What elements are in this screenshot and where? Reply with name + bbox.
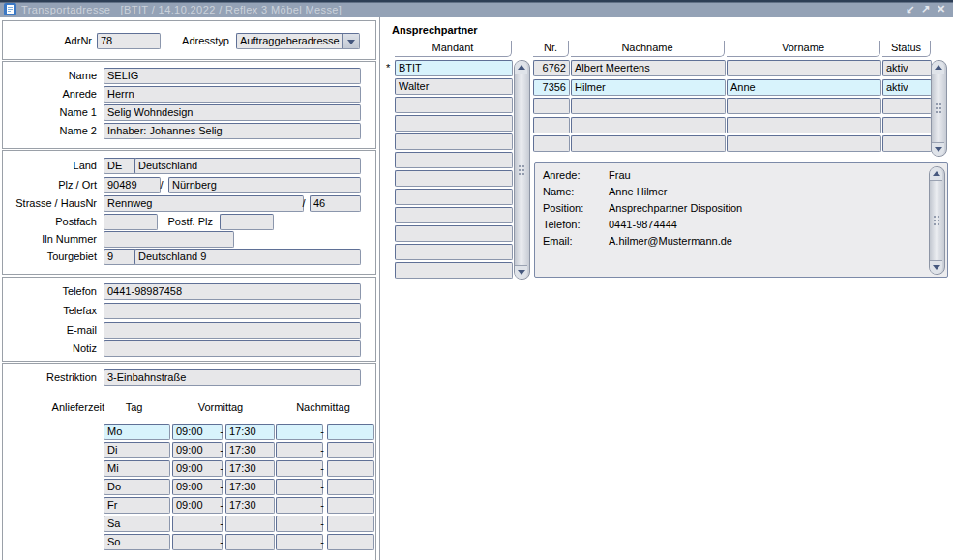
tourgebiet-code-field[interactable]: 9 [104,249,136,265]
tag-field[interactable]: Mo [104,424,170,440]
name1-field[interactable]: Selig Wohndesign [104,104,361,121]
mandant-row[interactable] [395,133,513,150]
mandant-row[interactable] [395,244,513,260]
hausnr-field[interactable]: 46 [310,195,361,212]
dropdown-button[interactable] [342,34,359,48]
nr-cell[interactable] [533,135,570,152]
status-cell[interactable] [882,117,932,133]
nachname-cell[interactable]: Hilmer [571,79,726,96]
tag-field[interactable]: Do [104,479,170,495]
iln-field[interactable] [104,231,234,248]
scrollbar-down-button[interactable] [515,265,527,279]
mandant-row[interactable] [395,115,513,132]
nr-cell[interactable]: 6762 [533,60,570,76]
vormittag-bis-field[interactable] [225,534,275,550]
email-field[interactable] [104,322,361,339]
mandant-row[interactable]: Walter [395,78,513,95]
nachname-cell[interactable] [571,117,726,133]
nachmittag-bis-field[interactable] [327,442,374,458]
detail-scrollbar[interactable] [929,166,945,275]
vormittag-von-field[interactable] [172,516,223,532]
nachmittag-von-field[interactable] [276,424,323,440]
nachmittag-bis-field[interactable] [327,460,374,477]
strasse-field[interactable]: Rennweg [104,195,304,212]
scrollbar-grip[interactable] [934,216,936,218]
nachmittag-von-field[interactable] [276,516,323,532]
mandant-row[interactable] [395,152,513,168]
mandant-row[interactable] [395,170,513,187]
vormittag-bis-field[interactable]: 17:30 [225,479,275,495]
title-bar[interactable]: Transportadresse [BTIT / 14.10.2022 / Re… [0,0,953,17]
vormittag-bis-field[interactable]: 17:30 [225,424,275,440]
vormittag-bis-field[interactable]: 17:30 [225,460,275,477]
vormittag-von-field[interactable]: 09:00 [172,424,223,440]
scrollbar-up-button[interactable] [515,61,527,74]
scrollbar-down-button[interactable] [930,260,942,274]
telefon-field[interactable]: 0441-98987458 [104,283,361,300]
mandant-scrollbar[interactable] [514,60,530,280]
nr-cell[interactable]: 7356 [533,79,570,96]
mandant-row[interactable] [395,97,513,113]
vormittag-von-field[interactable]: 09:00 [172,497,223,514]
vorname-cell[interactable] [727,117,881,133]
nachmittag-von-field[interactable] [276,534,323,550]
nachmittag-von-field[interactable] [276,460,323,477]
nachname-cell[interactable] [571,98,726,114]
nachname-cell[interactable]: Albert Meertens [571,60,726,76]
tourgebiet-name-field[interactable]: Deutschland 9 [134,249,361,265]
nr-cell[interactable] [533,117,570,133]
tag-field[interactable]: So [104,534,170,550]
vormittag-bis-field[interactable]: 17:30 [225,442,275,458]
vorname-cell[interactable]: Anne [727,79,881,96]
mandant-row[interactable] [395,189,513,205]
contacts-scrollbar[interactable] [931,60,947,157]
scrollbar-down-button[interactable] [932,142,944,156]
mandant-row[interactable] [395,262,513,279]
scrollbar-grip[interactable] [519,165,521,167]
postfplz-field[interactable] [220,214,274,230]
name-field[interactable]: SELIG [104,68,361,84]
vormittag-von-field[interactable]: 09:00 [172,460,223,477]
telefax-field[interactable] [104,303,361,319]
vormittag-bis-field[interactable]: 17:30 [225,497,275,514]
mandant-row[interactable] [395,225,513,242]
nachmittag-bis-field[interactable] [327,516,374,532]
status-cell[interactable]: aktiv [882,60,932,76]
vormittag-von-field[interactable] [172,534,223,550]
nachmittag-bis-field[interactable] [327,534,374,550]
mandant-row[interactable] [395,207,513,223]
nachname-cell[interactable] [571,135,726,152]
status-cell[interactable]: aktiv [882,79,932,96]
plz-field[interactable]: 90489 [104,177,161,193]
scrollbar-up-button[interactable] [930,167,942,181]
scrollbar-grip[interactable] [936,103,938,105]
mandant-row[interactable]: BTIT [395,60,513,76]
restriktion-field[interactable]: 3-Einbahnstraße [104,369,361,386]
close-icon[interactable]: ✕ [934,2,948,15]
anrede-field[interactable]: Herrn [104,86,361,103]
land-code-field[interactable]: DE [104,158,136,174]
minimize-icon[interactable]: ↙ [903,2,917,15]
status-cell[interactable] [882,98,932,114]
scrollbar-up-button[interactable] [932,61,944,74]
tag-field[interactable]: Fr [104,497,170,514]
nachmittag-bis-field[interactable] [327,479,374,495]
vorname-cell[interactable] [727,60,881,76]
nachmittag-bis-field[interactable] [327,424,374,440]
vorname-cell[interactable] [727,98,881,114]
tag-field[interactable]: Sa [104,516,170,532]
restore-icon[interactable]: ↗ [918,2,933,15]
tag-field[interactable]: Mi [104,460,170,477]
vormittag-bis-field[interactable] [225,516,275,532]
land-name-field[interactable]: Deutschland [134,158,361,174]
vormittag-von-field[interactable]: 09:00 [172,442,223,458]
nachmittag-von-field[interactable] [276,442,323,458]
nachmittag-von-field[interactable] [276,479,323,495]
vormittag-von-field[interactable]: 09:00 [172,479,223,495]
name2-field[interactable]: Inhaber: Johannes Selig [104,123,361,139]
nachmittag-bis-field[interactable] [327,497,374,514]
vorname-cell[interactable] [727,135,881,152]
adresstyp-dropdown[interactable]: Auftraggeberadresse [236,33,360,49]
status-cell[interactable] [882,135,932,152]
nachmittag-von-field[interactable] [276,497,323,514]
